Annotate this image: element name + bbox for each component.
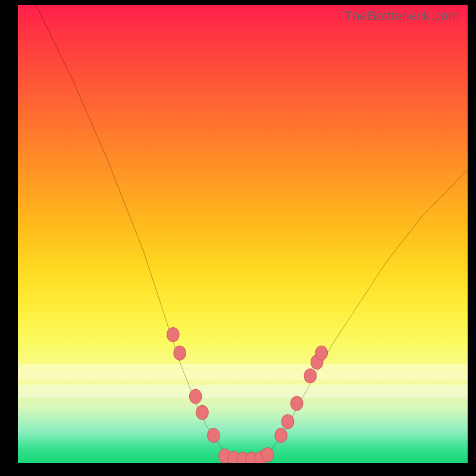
marker-left-4 — [208, 428, 220, 443]
marker-left-0 — [167, 327, 179, 342]
marker-left-2 — [189, 389, 201, 403]
marker-bottom-5 — [261, 447, 273, 462]
marker-right-1 — [281, 415, 293, 429]
marker-right-5 — [315, 346, 327, 360]
marker-layer — [167, 327, 328, 463]
curve-layer — [36, 5, 468, 459]
marker-right-0 — [275, 428, 287, 443]
chart-plot-area: TheBottleneck.com — [18, 5, 468, 463]
marker-left-1 — [174, 346, 186, 360]
marker-right-3 — [304, 369, 316, 383]
marker-right-2 — [291, 396, 303, 411]
chart-frame: TheBottleneck.com — [0, 0, 476, 476]
right-curve-path — [261, 170, 468, 458]
left-curve-path — [36, 5, 234, 458]
marker-left-3 — [196, 405, 208, 419]
chart-svg — [18, 5, 468, 463]
